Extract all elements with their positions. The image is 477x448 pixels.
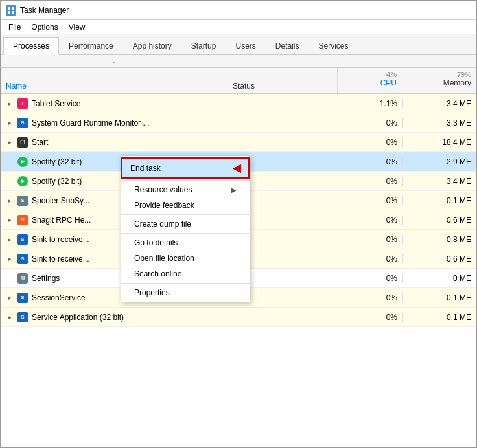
ctx-go-to-details[interactable]: Go to details	[121, 235, 250, 251]
ctx-search-online-label: Search online	[134, 269, 181, 278]
process-cpu: 0%	[338, 313, 402, 322]
process-mem: 0 ME	[402, 274, 476, 283]
process-cpu: 0%	[338, 293, 402, 302]
context-menu: End task ◀ Resource values ▶ Provide fee…	[121, 155, 250, 302]
expand-chevron[interactable]: ⌄	[1, 55, 227, 67]
process-cpu: 0%	[338, 138, 402, 147]
process-mem: 3.4 ME	[402, 99, 476, 108]
red-arrow-icon: ◀	[233, 162, 240, 174]
column-headers: Name Status 4% CPU 79% Memory	[1, 68, 476, 94]
svg-rect-1	[12, 7, 14, 10]
svg-rect-0	[8, 7, 10, 10]
process-icon: T	[16, 97, 29, 110]
process-name: System Guard Runtime Monitor ...	[32, 118, 227, 128]
tab-bar: Processes Performance App history Startu…	[1, 34, 476, 55]
process-cpu: 0%	[338, 196, 402, 205]
process-cpu: 0%	[338, 274, 402, 283]
process-icon: ▢	[16, 136, 29, 149]
tab-details[interactable]: Details	[266, 36, 309, 54]
process-cpu: 0%	[338, 254, 402, 263]
process-cpu: 0%	[338, 216, 402, 225]
menu-options[interactable]: Options	[26, 21, 63, 33]
expand-arrow[interactable]: ▸	[3, 119, 16, 126]
process-icon: S	[16, 194, 29, 207]
menu-file[interactable]: File	[3, 21, 26, 33]
ctx-open-file-label: Open file location	[134, 254, 194, 263]
process-icon: ⚙	[16, 272, 29, 285]
tab-processes[interactable]: Processes	[3, 37, 59, 55]
process-icon: S	[16, 117, 29, 129]
ctx-end-task-label: End task	[130, 164, 161, 173]
ctx-properties-label: Properties	[134, 288, 170, 297]
process-icon: ▶	[16, 175, 29, 188]
col-header-status[interactable]: Status	[227, 68, 338, 93]
ctx-provide-feedback-label: Provide feedback	[134, 201, 194, 210]
ctx-properties[interactable]: Properties	[121, 285, 250, 300]
process-cpu: 0%	[338, 177, 402, 186]
ctx-open-file-location[interactable]: Open file location	[121, 251, 250, 266]
process-mem: 3.4 ME	[402, 177, 476, 186]
expand-arrow[interactable]: ▸	[3, 139, 16, 146]
ctx-create-dump[interactable]: Create dump file	[121, 216, 250, 232]
ctx-create-dump-label: Create dump file	[134, 219, 191, 229]
process-mem: 0.8 ME	[402, 235, 476, 244]
menu-bar: File Options View	[1, 20, 476, 34]
process-mem: 0.6 ME	[402, 216, 476, 225]
tab-users[interactable]: Users	[226, 36, 265, 54]
ctx-go-to-details-label: Go to details	[134, 238, 178, 247]
process-mem: 0.1 ME	[402, 196, 476, 205]
process-mem: 0.1 ME	[402, 313, 476, 322]
expand-arrow[interactable]: ▸	[3, 100, 16, 107]
table-row[interactable]: ▸ S System Guard Runtime Monitor ... 0% …	[1, 113, 476, 133]
process-mem: 0.6 ME	[402, 254, 476, 263]
ctx-resource-values[interactable]: Resource values ▶	[121, 182, 250, 197]
process-cpu: 0%	[338, 157, 402, 166]
process-icon: S	[16, 311, 29, 324]
process-icon: S	[16, 252, 29, 265]
ctx-end-task[interactable]: End task ◀	[121, 157, 250, 179]
tab-startup[interactable]: Startup	[181, 36, 226, 54]
col-header-cpu[interactable]: 4% CPU	[338, 68, 402, 93]
process-name: Start	[32, 138, 227, 147]
window-title: Task Manager	[20, 6, 69, 15]
process-icon: N	[16, 214, 29, 227]
expand-arrow[interactable]: ▸	[3, 236, 16, 243]
table-row[interactable]: ▸ S Service Application (32 bit) 0% 0.1 …	[1, 308, 476, 327]
ctx-divider	[121, 180, 250, 181]
process-name: Service Application (32 bit)	[32, 313, 227, 322]
table-row[interactable]: ▸ ▢ Start 0% 18.4 ME	[1, 133, 476, 152]
process-mem: 0.1 ME	[402, 293, 476, 302]
main-content: ⌄ Name Status 4% CPU 79% Memory	[1, 55, 476, 447]
expand-arrow[interactable]: ▸	[3, 313, 16, 320]
process-mem: 3.3 ME	[402, 118, 476, 128]
menu-view[interactable]: View	[64, 21, 91, 33]
svg-rect-3	[12, 11, 14, 14]
table-row[interactable]: ▸ T Tablet Service 1.1% 3.4 ME	[1, 94, 476, 113]
tab-performance[interactable]: Performance	[59, 36, 123, 54]
app-icon	[6, 5, 16, 16]
process-cpu: 1.1%	[338, 99, 402, 108]
title-bar: Task Manager	[1, 1, 476, 20]
tab-services[interactable]: Services	[309, 36, 358, 54]
expand-arrow[interactable]: ▸	[3, 197, 16, 204]
ctx-divider	[121, 214, 250, 215]
process-icon: ▶	[16, 155, 29, 168]
col-header-mem[interactable]: 79% Memory	[402, 68, 476, 93]
ctx-resource-values-label: Resource values	[134, 185, 192, 194]
process-icon: S	[16, 233, 29, 246]
process-name: Tablet Service	[32, 99, 227, 108]
submenu-arrow-icon: ▶	[231, 186, 237, 194]
ctx-divider	[121, 283, 250, 284]
ctx-search-online[interactable]: Search online	[121, 266, 250, 282]
expand-arrow[interactable]: ▸	[3, 216, 16, 223]
process-cpu: 0%	[338, 118, 402, 128]
task-manager-window: Task Manager File Options View Processes…	[0, 0, 477, 448]
expand-arrow[interactable]: ▸	[3, 255, 16, 262]
ctx-divider	[121, 233, 250, 234]
ctx-provide-feedback[interactable]: Provide feedback	[121, 197, 250, 213]
expand-arrow[interactable]: ▸	[3, 294, 16, 301]
tab-app-history[interactable]: App history	[123, 36, 181, 54]
process-icon: S	[16, 291, 29, 304]
svg-rect-2	[8, 11, 10, 14]
col-header-name[interactable]: Name	[1, 68, 227, 93]
